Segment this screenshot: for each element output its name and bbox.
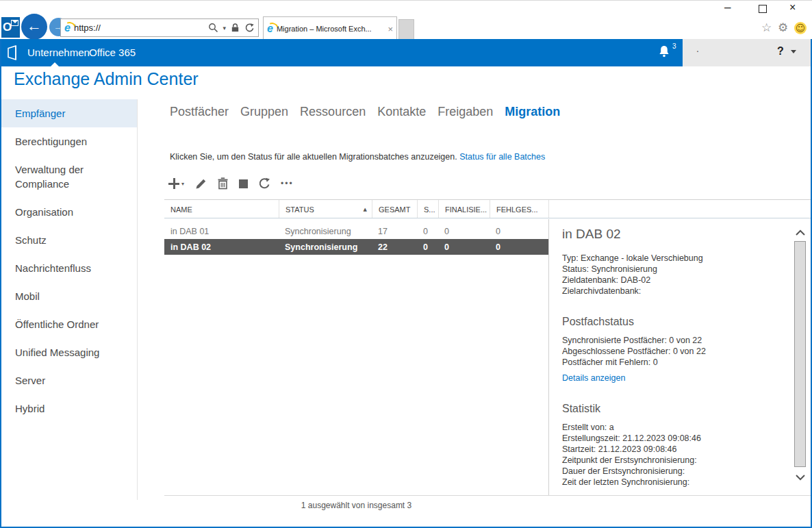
cell-gesamt: 22 [372, 242, 417, 252]
maximize-button[interactable] [759, 5, 767, 13]
stat-erstsync-dauer: Dauer der Erstsynchronisierung: [562, 466, 781, 477]
stat-erstellungszeit: Erstellungszeit: 21.12.2023 09:08:46 [562, 433, 781, 444]
nav-item-office365[interactable]: Office 365 [89, 39, 136, 66]
notifications-button[interactable]: 3 [657, 45, 681, 62]
sidebar-item-unified-messaging[interactable]: Unified Messaging [1, 338, 137, 366]
batch-toolbar: ▾ ••• [168, 175, 294, 192]
search-icon[interactable] [208, 23, 218, 33]
cell-status: Synchronisierung [279, 242, 372, 252]
window-border-left [0, 39, 1, 528]
pencil-icon [194, 177, 207, 190]
postfach-abgeschlossen: Abgeschlossene Postfächer: 0 von 22 [562, 346, 781, 357]
sidebar-item-nachrichtenfluss[interactable]: Nachrichtenfluss [1, 254, 137, 282]
outlook-icon: O [1, 17, 20, 38]
ie-icon: e [64, 23, 71, 34]
cell-synchronisiert: 0 [417, 227, 438, 236]
sidebar-item-mobil[interactable]: Mobil [1, 282, 137, 310]
cell-status: Synchronisierung [279, 227, 372, 236]
detail-zielarchivdatenbank: Zielarchivdatenbank: [562, 286, 781, 297]
back-button[interactable]: ← [21, 14, 47, 40]
add-button[interactable]: ▾ [168, 178, 184, 190]
tab-ressourcen[interactable]: Ressourcen [300, 105, 366, 119]
tab-close-icon[interactable]: × [388, 24, 393, 34]
favorites-star-icon[interactable]: ☆ [761, 21, 772, 34]
search-dropdown-icon[interactable]: ▾ [223, 25, 226, 32]
trash-icon [217, 177, 229, 190]
info-text: Klicken Sie, um den Status für alle aktu… [170, 152, 457, 162]
cell-name: in DAB 01 [164, 227, 279, 236]
scrollbar-thumb[interactable] [794, 241, 806, 467]
help-caret-icon[interactable] [791, 50, 796, 53]
delete-button[interactable] [217, 177, 229, 190]
detail-zieldatenbank: Zieldatenbank: DAB-02 [562, 275, 781, 286]
close-button[interactable]: × [789, 1, 796, 14]
cell-name: in DAB 02 [164, 242, 279, 252]
minimize-button[interactable]: – [724, 1, 731, 14]
sidebar-item-organisation[interactable]: Organisation [1, 198, 137, 226]
bell-icon [657, 45, 671, 60]
sidebar-item-oeffentliche-ordner[interactable]: Öffentliche Ordner [1, 310, 137, 338]
stat-startzeit: Startzeit: 21.12.2023 09:08:46 [562, 444, 781, 455]
tab-gruppen[interactable]: Gruppen [240, 105, 288, 119]
plus-icon [168, 178, 179, 190]
footer-divider [164, 495, 811, 496]
edit-button[interactable] [194, 177, 207, 190]
user-text: . [696, 43, 699, 54]
migration-status-info: Klicken Sie, um den Status für alle aktu… [170, 152, 545, 162]
cell-finalisiert: 0 [438, 227, 490, 236]
column-header-synchronisiert[interactable]: S... [417, 200, 438, 218]
scroll-down-icon[interactable] [795, 474, 806, 481]
refresh-icon[interactable] [244, 23, 255, 33]
cell-gesamt: 17 [372, 227, 417, 236]
tab-postfaecher[interactable]: Postfächer [170, 105, 229, 119]
stat-erstellt-von: Erstellt von: a [562, 422, 781, 433]
column-header-gesamt[interactable]: GESAMT [372, 200, 417, 218]
table-row-in-dab-02-selected[interactable]: in DAB 02 Synchronisierung 22 0 0 0 [164, 239, 548, 255]
column-header-fehlgeschlagen[interactable]: FEHLGES... [490, 200, 548, 218]
batch-table-header: NAME STATUS ▲ GESAMT S... FINALISIE... F… [164, 199, 811, 218]
table-row-in-dab-01[interactable]: in DAB 01 Synchronisierung 17 0 0 0 [164, 223, 548, 239]
stat-letzte-sync: Zeit der letzten Synchronisierung: [562, 477, 781, 488]
browser-tab-migration[interactable]: e Migration – Microsoft Exch... × [263, 16, 397, 40]
browser-window: – × O ← → e https:// ▾ e M [0, 0, 812, 528]
sidebar-nav: Empfänger Berechtigungen Verwaltung der … [1, 99, 137, 423]
detail-typ: Typ: Exchange - lokale Verschiebung [562, 253, 781, 264]
url-text[interactable]: https:// [74, 23, 209, 33]
stat-erstsync-zeitpunkt: Zeitpunkt der Erstsynchronisierung: [562, 455, 781, 466]
add-dropdown-caret-icon[interactable]: ▾ [181, 181, 184, 187]
sidebar-item-empfaenger[interactable]: Empfänger [1, 99, 137, 127]
new-tab-button[interactable] [398, 19, 414, 40]
refresh-button[interactable] [258, 177, 270, 190]
cell-fehlgeschlagen: 0 [490, 242, 548, 252]
cell-fehlgeschlagen: 0 [490, 227, 548, 236]
tab-freigaben[interactable]: Freigaben [437, 105, 493, 119]
address-bar[interactable]: e https:// ▾ [60, 18, 259, 37]
column-header-name[interactable]: NAME [164, 200, 279, 218]
sidebar-item-server[interactable]: Server [1, 366, 137, 394]
selection-count-text: 1 ausgewählt von insgesamt 3 [164, 501, 548, 510]
feedback-smiley-icon[interactable]: ☺ [794, 22, 807, 34]
postfachstatus-heading: Postfachstatus [562, 316, 781, 328]
status-all-batches-link[interactable]: Status für alle Batches [459, 152, 545, 162]
sidebar-item-schutz[interactable]: Schutz [1, 226, 137, 254]
help-button[interactable]: ? [777, 45, 784, 58]
office365-bar-right: . ? [683, 39, 812, 66]
lock-icon [230, 23, 240, 33]
settings-gear-icon[interactable]: ⚙ [778, 21, 788, 34]
sidebar-item-compliance[interactable]: Verwaltung der Compliance [1, 155, 137, 198]
sidebar-item-hybrid[interactable]: Hybrid [1, 394, 137, 423]
details-anzeigen-link[interactable]: Details anzeigen [562, 373, 625, 383]
column-header-status[interactable]: STATUS ▲ [279, 200, 372, 218]
tab-migration[interactable]: Migration [505, 105, 560, 119]
refresh-arrows-icon [258, 177, 270, 190]
more-button[interactable]: ••• [281, 179, 294, 188]
scroll-up-icon[interactable] [795, 229, 806, 236]
column-header-finalisiert[interactable]: FINALISIE... [438, 200, 490, 218]
sidebar-item-berechtigungen[interactable]: Berechtigungen [1, 127, 137, 155]
title-bar: – × [0, 1, 812, 16]
stop-button[interactable] [239, 179, 248, 188]
postfach-synchronisiert: Synchronisierte Postfächer: 0 von 22 [562, 335, 781, 346]
tab-kontakte[interactable]: Kontakte [377, 105, 426, 119]
detail-status: Status: Synchronisierung [562, 264, 781, 275]
postfach-fehler: Postfächer mit Fehlern: 0 [562, 357, 781, 368]
